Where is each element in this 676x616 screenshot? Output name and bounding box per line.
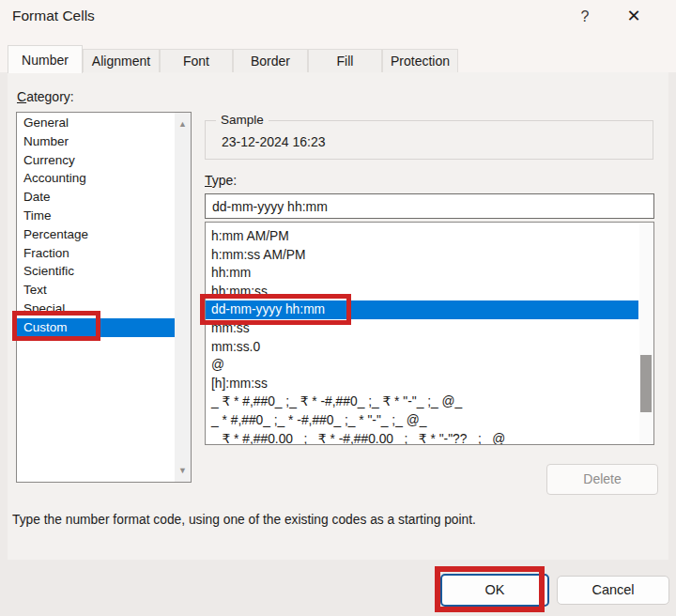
annotation-rect-custom [12,311,100,341]
annotation-rect-ok [435,566,545,612]
cancel-button[interactable]: Cancel [557,576,669,605]
type-rows: h:mm AM/PM h:mm:ss AM/PM hh:mm hh:mm:ss … [206,227,638,445]
category-rows: General Number Currency Accounting Date … [17,114,175,337]
type-label: Type: [205,173,237,188]
category-listbox[interactable]: General Number Currency Accounting Date … [16,112,192,483]
tab-alignment[interactable]: Alignment [83,49,160,73]
category-label-rest: ategory: [26,89,74,104]
type-scrollbar[interactable] [639,223,653,444]
category-item-text[interactable]: Text [17,281,175,300]
category-item-percentage[interactable]: Percentage [17,225,175,244]
type-item[interactable]: h:mm:ss AM/PM [206,246,638,265]
tab-protection[interactable]: Protection [382,49,458,73]
help-icon[interactable]: ? [573,5,597,29]
category-item-date[interactable]: Date [17,188,175,207]
tab-border[interactable]: Border [233,49,308,73]
scroll-up-icon[interactable]: ▲ [175,119,191,129]
type-item[interactable]: _ ₹ * #,##0_ ;_ ₹ * -#,##0_ ;_ ₹ * "-"_ … [206,393,638,411]
tab-fill[interactable]: Fill [308,49,382,73]
dialog-title: Format Cells [12,8,95,24]
type-label-accel: T [205,173,212,188]
category-item-accounting[interactable]: Accounting [17,169,175,188]
type-item[interactable]: _ * #,##0_ ;_ * -#,##0_ ;_ * "-"_ ;_ @_ [206,411,638,430]
category-item-fraction[interactable]: Fraction [17,244,175,263]
close-icon[interactable]: ✕ [620,3,648,29]
category-item-scientific[interactable]: Scientific [17,262,175,281]
hint-text: Type the number format code, using one o… [12,513,632,527]
type-listbox[interactable]: h:mm AM/PM h:mm:ss AM/PM hh:mm hh:mm:ss … [205,222,654,445]
sample-value: 23-12-2024 16:23 [222,134,326,149]
scroll-down-icon[interactable]: ▼ [175,466,191,475]
type-input[interactable] [205,193,654,219]
category-scrollbar[interactable]: ▲ ▼ [175,113,191,482]
type-item[interactable]: mm:ss.0 [206,338,638,357]
type-scrollbar-thumb[interactable] [640,355,652,412]
delete-button[interactable]: Delete [546,464,658,495]
category-label: Category: [17,89,74,104]
category-item-number[interactable]: Number [17,132,175,151]
tab-number[interactable]: Number [8,45,83,73]
type-item[interactable]: hh:mm [206,264,638,283]
type-label-rest: ype: [212,173,237,188]
type-item[interactable]: h:mm AM/PM [206,227,638,246]
sample-legend: Sample [216,113,269,127]
tab-font[interactable]: Font [160,49,233,73]
category-item-currency[interactable]: Currency [17,151,175,170]
sample-groupbox: Sample 23-12-2024 16:23 [205,120,653,160]
category-label-accel: C [17,89,26,104]
type-item[interactable]: [h]:mm:ss [206,375,638,393]
category-item-general[interactable]: General [17,114,175,132]
annotation-rect-type-selected [200,294,351,325]
category-item-time[interactable]: Time [17,207,175,225]
type-item[interactable]: _ ₹ * #,##0.00_ ;_ ₹ * -#,##0.00_ ;_ ₹ *… [206,430,638,445]
type-item[interactable]: @ [206,356,638,375]
